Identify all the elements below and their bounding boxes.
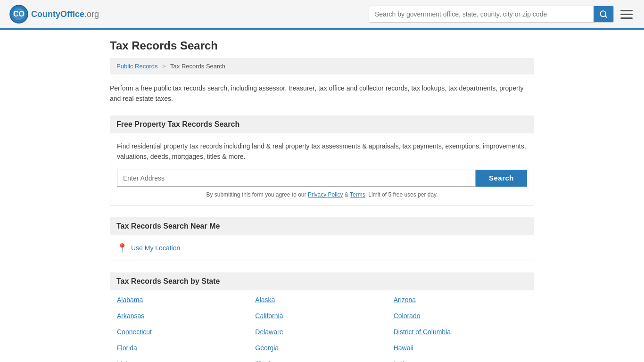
- privacy-policy-link[interactable]: Privacy Policy: [308, 191, 343, 198]
- property-search-section: Free Property Tax Records Search Find re…: [110, 115, 534, 206]
- state-link[interactable]: Florida: [117, 344, 250, 352]
- near-me-section: Tax Records Search Near Me 📍 Use My Loca…: [110, 217, 534, 261]
- breadcrumb-current: Tax Records Search: [170, 63, 225, 70]
- state-link[interactable]: District of Columbia: [394, 328, 527, 336]
- breadcrumb-parent-link[interactable]: Public Records: [116, 63, 157, 70]
- state-link[interactable]: Arkansas: [117, 312, 250, 320]
- form-disclaimer: By submitting this form you agree to our…: [117, 191, 527, 198]
- logo-icon: CO: [9, 5, 28, 24]
- state-link[interactable]: Delaware: [255, 328, 388, 336]
- main-content: Tax Records Search Public Records > Tax …: [100, 30, 544, 362]
- breadcrumb-separator: >: [162, 63, 166, 70]
- state-search-heading: Tax Records Search by State: [110, 272, 534, 290]
- breadcrumb: Public Records > Tax Records Search: [110, 58, 534, 74]
- state-list-section: Tax Records Search by State AlabamaAlask…: [110, 272, 534, 362]
- menu-bar-1: [620, 10, 633, 11]
- svg-text:CO: CO: [13, 10, 25, 18]
- header-search-input[interactable]: [369, 7, 594, 22]
- near-me-body: 📍 Use My Location: [110, 235, 534, 261]
- state-link[interactable]: Alaska: [255, 296, 388, 304]
- menu-bar-2: [620, 14, 633, 15]
- state-link[interactable]: Georgia: [255, 344, 388, 352]
- header: CO CountyOffice.org: [0, 0, 644, 30]
- logo-text: CountyOffice.org: [31, 9, 99, 19]
- state-link[interactable]: Illinois: [255, 360, 388, 362]
- logo[interactable]: CO CountyOffice.org: [9, 5, 99, 24]
- disclaimer-prefix: By submitting this form you agree to our: [206, 191, 307, 198]
- address-input[interactable]: [117, 170, 476, 187]
- menu-bar-3: [620, 17, 633, 19]
- state-link[interactable]: Connecticut: [117, 328, 250, 336]
- header-search-button[interactable]: [594, 6, 613, 22]
- state-link[interactable]: Hawaii: [394, 344, 527, 352]
- state-link[interactable]: Colorado: [394, 312, 527, 320]
- menu-button[interactable]: [619, 8, 635, 21]
- disclaimer-suffix: . Limit of 5 free uses per day.: [365, 191, 438, 198]
- search-icon: [599, 10, 608, 18]
- property-search-desc: Find residential property tax records in…: [117, 141, 527, 162]
- state-link[interactable]: Arizona: [394, 296, 527, 304]
- page-title: Tax Records Search: [110, 39, 534, 52]
- address-search-row: Search: [117, 170, 527, 187]
- header-search-area: [99, 6, 635, 23]
- property-search-body: Find residential property tax records in…: [110, 133, 534, 206]
- state-list-body: AlabamaAlaskaArizonaArkansasCaliforniaCo…: [110, 290, 534, 362]
- state-link[interactable]: California: [255, 312, 388, 320]
- intro-text: Perform a free public tax records search…: [110, 83, 534, 104]
- disclaimer-and: &: [343, 191, 350, 198]
- state-link[interactable]: Indiana: [394, 360, 527, 362]
- search-button[interactable]: Search: [476, 170, 527, 187]
- near-me-heading: Tax Records Search Near Me: [110, 217, 534, 235]
- state-grid: AlabamaAlaskaArizonaArkansasCaliforniaCo…: [117, 296, 527, 362]
- header-search-bar: [369, 6, 614, 23]
- state-link[interactable]: Alabama: [117, 296, 250, 304]
- location-pin-icon: 📍: [117, 243, 127, 253]
- terms-link[interactable]: Terms: [350, 191, 365, 198]
- state-link[interactable]: Idaho: [117, 360, 250, 362]
- use-my-location-link[interactable]: Use My Location: [131, 244, 180, 252]
- property-search-heading: Free Property Tax Records Search: [110, 115, 534, 133]
